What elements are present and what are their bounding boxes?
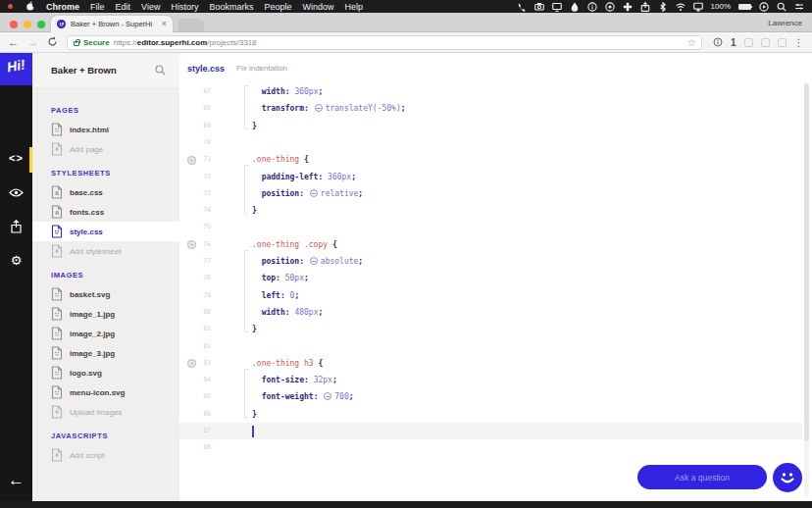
- code-line[interactable]: 74}: [179, 202, 794, 219]
- code-line[interactable]: 68 transform: translateY(-50%);: [179, 100, 794, 117]
- extension-icon-muted[interactable]: [778, 38, 787, 47]
- share-upload-icon[interactable]: [0, 212, 32, 241]
- file-item[interactable]: basket.svg: [32, 284, 179, 304]
- code-line[interactable]: 79 left: 0;: [179, 287, 794, 304]
- forward-button[interactable]: →: [27, 37, 38, 48]
- menu-bookmarks[interactable]: Bookmarks: [209, 2, 253, 12]
- menu-people[interactable]: People: [264, 2, 291, 12]
- code-line[interactable]: 86}: [179, 406, 794, 423]
- code-line[interactable]: 81}: [179, 321, 794, 337]
- add-item[interactable]: Upload images: [32, 402, 179, 422]
- file-item[interactable]: afonts.css: [32, 202, 179, 222]
- menu-lines-icon[interactable]: [794, 2, 804, 12]
- camera-icon[interactable]: [534, 2, 544, 12]
- code-line[interactable]: 85 font-weight: 700;: [179, 388, 794, 405]
- menu-history[interactable]: History: [171, 2, 198, 12]
- add-item[interactable]: Add script: [32, 445, 179, 465]
- fix-indentation-button[interactable]: Fix indentation: [236, 64, 287, 73]
- apple-menu-icon[interactable]: [25, 1, 35, 12]
- menu-edit[interactable]: Edit: [116, 2, 131, 12]
- phone-icon[interactable]: [517, 2, 527, 12]
- onepassword-extension-icon[interactable]: 1: [731, 37, 736, 48]
- code-line[interactable]: 77 position: absolute;: [179, 253, 794, 270]
- add-item[interactable]: Add page: [32, 139, 179, 159]
- code-line[interactable]: 87: [179, 423, 802, 439]
- scrollbar-thumb[interactable]: [804, 83, 809, 441]
- code-line[interactable]: 82: [179, 338, 794, 355]
- menu-window[interactable]: Window: [302, 2, 333, 12]
- bluetooth-icon[interactable]: [658, 2, 668, 12]
- settings-gear-icon[interactable]: ⚙: [0, 245, 32, 275]
- code-line[interactable]: 72 padding-left: 360px;: [179, 169, 794, 185]
- rule-marker-icon[interactable]: [187, 156, 196, 165]
- superhi-logo[interactable]: Hi!: [0, 53, 32, 85]
- new-tab-button[interactable]: [178, 19, 204, 31]
- indent-guide: [244, 250, 245, 333]
- menu-file[interactable]: File: [90, 2, 105, 12]
- share-icon[interactable]: [640, 2, 650, 12]
- file-item[interactable]: image_1.jpg: [32, 304, 179, 324]
- menu-view[interactable]: View: [141, 2, 160, 12]
- value-dropdown-icon[interactable]: [310, 189, 318, 197]
- code-line[interactable]: 71.one-thing {: [179, 151, 794, 168]
- file-name: style.css: [70, 228, 103, 236]
- code-line[interactable]: 67 width: 360px;: [179, 83, 794, 100]
- code-line[interactable]: 75: [179, 219, 794, 235]
- code-line[interactable]: 76.one-thing .copy {: [179, 236, 794, 253]
- value-dropdown-icon[interactable]: [310, 257, 318, 265]
- tab-close-icon[interactable]: ×: [162, 20, 167, 28]
- file-item[interactable]: index.html: [32, 120, 179, 139]
- file-item[interactable]: menu-icon.svg: [32, 382, 179, 402]
- code-line[interactable]: 83.one-thing h3 {: [179, 355, 794, 372]
- page-info-icon[interactable]: [713, 33, 723, 51]
- search-icon[interactable]: [777, 2, 787, 12]
- menu-help[interactable]: Help: [344, 2, 363, 12]
- menu-chrome[interactable]: Chrome: [46, 2, 79, 12]
- code-line[interactable]: 84 font-size: 32px;: [179, 372, 794, 388]
- reload-button[interactable]: [47, 33, 58, 51]
- extension-icon-muted[interactable]: [761, 38, 770, 47]
- line-number: 84: [179, 372, 211, 388]
- code-area[interactable]: 67 width: 360px;68 transform: translateY…: [179, 83, 812, 501]
- q-circle-icon[interactable]: [605, 2, 615, 12]
- file-item[interactable]: image_3.jpg: [32, 343, 179, 363]
- code-line[interactable]: 70: [179, 134, 794, 151]
- value-dropdown-icon[interactable]: [315, 104, 323, 112]
- file-item[interactable]: image_2.jpg: [32, 324, 179, 343]
- back-button[interactable]: ←: [8, 37, 19, 48]
- wifi-icon[interactable]: [676, 2, 685, 12]
- editor-scrollbar[interactable]: [804, 83, 809, 497]
- window-zoom-button[interactable]: [37, 21, 45, 28]
- airplay-display-icon[interactable]: [693, 2, 703, 12]
- code-line[interactable]: 78 top: 50px;: [179, 270, 794, 286]
- preview-eye-icon[interactable]: [0, 178, 32, 207]
- window-minimize-button[interactable]: [24, 21, 31, 28]
- value-dropdown-icon[interactable]: [324, 392, 331, 400]
- info-circle-icon[interactable]: [587, 2, 597, 12]
- play-circle-icon[interactable]: [759, 2, 769, 12]
- code-line[interactable]: 73 position: relative;: [179, 185, 794, 202]
- plus-cross-icon[interactable]: [623, 2, 633, 12]
- chrome-menu-icon[interactable]: ⋮: [794, 37, 804, 48]
- droplet-icon[interactable]: [570, 2, 580, 12]
- url-bar[interactable]: Secure https://editor.superhi.com/projec…: [67, 35, 702, 50]
- ask-question-button[interactable]: Ask a question: [637, 465, 767, 489]
- window-close-button[interactable]: [10, 21, 18, 28]
- bookmark-star-icon[interactable]: ☆: [687, 37, 696, 48]
- code-line[interactable]: 88: [179, 439, 794, 456]
- extension-icon-muted[interactable]: [744, 38, 753, 47]
- add-item[interactable]: Add stylesheet: [32, 241, 179, 261]
- file-item[interactable]: abase.css: [32, 182, 179, 202]
- display-icon[interactable]: [552, 2, 562, 12]
- code-line[interactable]: 69}: [179, 118, 794, 134]
- back-arrow-icon[interactable]: ←: [0, 471, 32, 490]
- search-icon[interactable]: [155, 65, 166, 76]
- browser-tab[interactable]: Baker + Brown - SuperHi ×: [51, 16, 173, 32]
- code-view-icon[interactable]: <>: [0, 143, 32, 173]
- code-line[interactable]: 80 width: 480px;: [179, 304, 794, 321]
- file-item[interactable]: style.css: [32, 222, 179, 241]
- file-item[interactable]: logo.svg: [32, 363, 179, 382]
- chat-smiley-button[interactable]: [773, 463, 802, 492]
- code-text: }: [252, 202, 257, 219]
- browser-profile-name[interactable]: Lawrence: [768, 19, 802, 27]
